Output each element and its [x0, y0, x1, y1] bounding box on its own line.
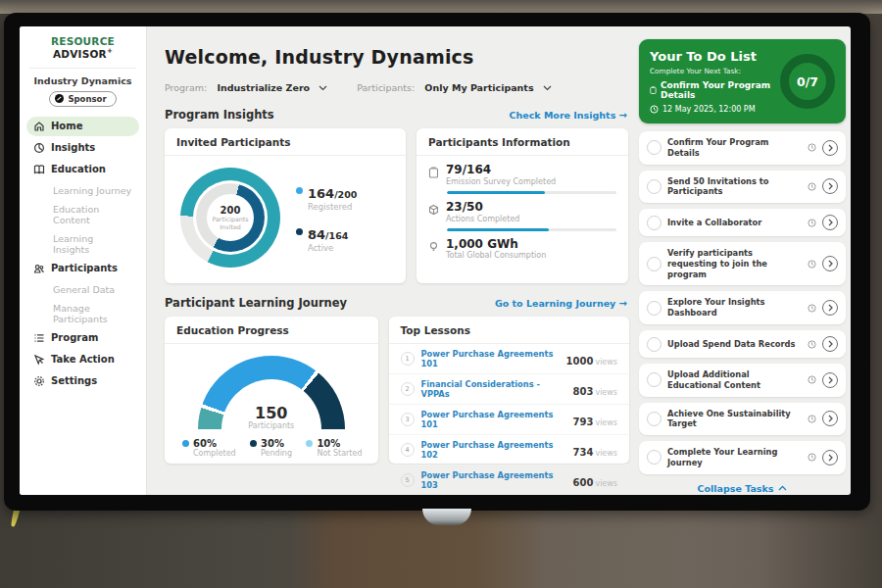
section-title: Program Insights [165, 108, 274, 122]
sidebar-item-settings[interactable]: Settings [26, 371, 139, 391]
legend-total: /200 [334, 189, 357, 200]
take-action-icon [33, 354, 45, 366]
sidebar-item-program[interactable]: Program [26, 328, 139, 348]
chevron-right-icon[interactable] [822, 450, 838, 466]
insights-icon [33, 142, 45, 154]
task-label: Invite a Collaborator [667, 218, 802, 228]
legend-dot-registered [296, 187, 303, 194]
chevron-down-icon [318, 85, 327, 91]
legend-dot-completed [182, 440, 189, 447]
task-verify-participants[interactable]: Verify participants requesting to join t… [639, 242, 846, 285]
sidebar-item-home[interactable]: Home [26, 117, 139, 136]
link-label: Check More Insights [509, 110, 615, 121]
sidebar-menu: Home Insights Education Learning Journey… [20, 117, 146, 391]
legend-not-started: 10% Not Started [306, 438, 362, 458]
lesson-link[interactable]: Financial Considerations - VPPAs [421, 379, 566, 399]
chevron-right-icon[interactable] [822, 411, 838, 426]
dashboard-screen: RESOURCE ADVISOR+ Industry Dynamics Spon… [20, 26, 851, 495]
sidebar-item-take-action[interactable]: Take Action [26, 350, 139, 369]
todo-due-label: 12 May 2025, 12:00 PM [662, 105, 756, 114]
sidebar-item-label: Education [51, 164, 106, 174]
task-checkbox[interactable] [647, 140, 662, 155]
sponsor-label: Sponsor [68, 94, 106, 104]
sidebar-item-education-content[interactable]: Education Content [26, 200, 139, 229]
sidebar-item-manage-participants[interactable]: Manage Participants [26, 299, 139, 328]
invited-participants-card: Invited Participants 200 Participants In… [165, 128, 406, 283]
legend-dot-not-started [306, 440, 313, 447]
lesson-row: 3 Power Purchase Agreements 101 793views [389, 405, 629, 435]
task-upload-spend-data[interactable]: Upload Spend Data Records [639, 330, 846, 358]
sidebar-item-label: Participants [51, 263, 118, 273]
lesson-views: 600 [573, 477, 594, 488]
task-checkbox[interactable] [647, 257, 662, 271]
chevron-right-icon[interactable] [822, 300, 838, 316]
legend-registered: 164/200 Registered [296, 183, 357, 212]
task-complete-learning-journey[interactable]: Complete Your Learning Journey [639, 441, 846, 474]
task-checkbox[interactable] [647, 301, 662, 316]
top-lessons-card: Top Lessons 1 Power Purchase Agreements … [389, 317, 629, 464]
task-checkbox[interactable] [647, 216, 662, 230]
learning-cards-row: Education Progress 150 Participants 60% … [165, 317, 629, 464]
lesson-views-label: views [595, 479, 617, 488]
learning-journey-header: Participant Learning Journey Go to Learn… [165, 296, 627, 310]
sidebar-item-learning-insights[interactable]: Learning Insights [26, 229, 139, 259]
lesson-views: 1000 [566, 356, 594, 367]
legend-completed: 60% Completed [182, 438, 236, 458]
task-checkbox[interactable] [647, 337, 662, 352]
section-title: Participant Learning Journey [165, 296, 347, 310]
chevron-right-icon[interactable] [822, 336, 838, 352]
logo-plus: + [107, 47, 113, 55]
task-label: Explore Your Insights Dashboard [667, 297, 802, 318]
lesson-row: 4 Power Purchase Agreements 102 734views [389, 435, 629, 466]
card-title: Invited Participants [165, 128, 406, 156]
gauge-center-label: Participants [198, 421, 345, 430]
sidebar-item-insights[interactable]: Insights [26, 138, 139, 158]
lesson-row: 2 Financial Considerations - VPPAs 803vi… [389, 374, 629, 405]
logo-primary: RESOURCE [51, 35, 115, 47]
program-filter[interactable]: Program: Industrialize Zero [165, 76, 327, 95]
collapse-tasks-button[interactable]: Collapse Tasks [639, 483, 846, 494]
sidebar-item-participants[interactable]: Participants [26, 259, 139, 278]
chevron-right-icon[interactable] [822, 215, 838, 230]
lesson-rank: 4 [401, 443, 415, 457]
task-invite-collaborator[interactable]: Invite a Collaborator [639, 209, 846, 236]
task-checkbox[interactable] [647, 450, 662, 465]
sidebar-item-education[interactable]: Education [26, 160, 139, 179]
chevron-right-icon[interactable] [822, 178, 838, 194]
task-upload-educational-content[interactable]: Upload Additional Educational Content [639, 364, 846, 397]
sidebar-item-learning-journey[interactable]: Learning Journey [26, 181, 139, 200]
task-achieve-sustainability-target[interactable]: Achieve One Sustainability Target [639, 403, 846, 436]
lesson-link[interactable]: Power Purchase Agreements 101 [421, 349, 560, 368]
lesson-link[interactable]: Power Purchase Agreements 103 [421, 470, 566, 490]
todo-hero-left: Your To Do List Complete Your Next Task:… [650, 49, 774, 114]
participants-filter[interactable]: Participants: Only My Participants [357, 76, 551, 95]
chevron-right-icon[interactable] [822, 140, 838, 156]
insights-cards-row: Invited Participants 200 Participants In… [165, 128, 629, 283]
chevron-right-icon[interactable] [822, 372, 838, 388]
chevron-right-icon[interactable] [822, 256, 838, 271]
sidebar-item-general-data[interactable]: General Data [26, 280, 139, 299]
participants-icon [33, 263, 45, 274]
donut-center-label: Participants Invited [211, 216, 250, 231]
task-send-invitations[interactable]: Send 50 Invitations to Participants [639, 171, 846, 204]
lesson-link[interactable]: Power Purchase Agreements 101 [421, 410, 566, 429]
task-checkbox[interactable] [647, 179, 662, 194]
lesson-link[interactable]: Power Purchase Agreements 102 [421, 440, 566, 460]
task-explore-insights[interactable]: Explore Your Insights Dashboard [639, 291, 846, 324]
donut-center-value: 200 [220, 205, 241, 216]
task-checkbox[interactable] [647, 372, 662, 387]
sponsor-badge[interactable]: Sponsor [49, 91, 116, 107]
sidebar-item-label: Take Action [51, 354, 115, 365]
task-confirm-program-details[interactable]: Confirm Your Program Details [639, 131, 846, 165]
check-more-insights-link[interactable]: Check More Insights → [509, 110, 627, 121]
task-checkbox[interactable] [647, 412, 662, 426]
lesson-views: 734 [573, 447, 594, 458]
task-label: Upload Additional Educational Content [667, 369, 802, 391]
scene: RESOURCE ADVISOR+ Industry Dynamics Spon… [0, 0, 882, 588]
collapse-label: Collapse Tasks [698, 483, 774, 494]
todo-progress: 0/7 [780, 49, 835, 114]
legend-value: 84 [308, 227, 325, 242]
app-logo: RESOURCE ADVISOR+ [20, 35, 146, 60]
go-to-learning-journey-link[interactable]: Go to Learning Journey → [495, 298, 627, 309]
progress-fill [447, 191, 545, 194]
